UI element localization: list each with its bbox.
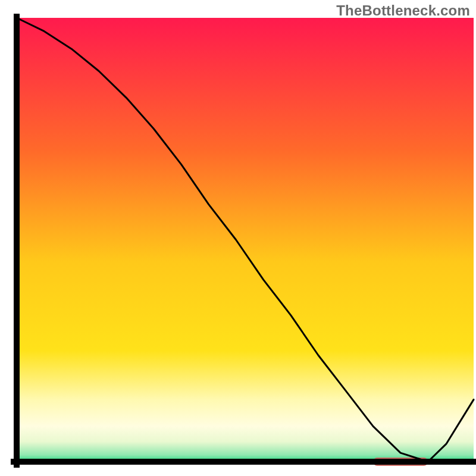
chart-container: TheBottleneck.com [0,0,476,476]
plot-background [17,18,474,462]
bottleneck-chart [0,0,476,476]
watermark-text: TheBottleneck.com [336,2,470,19]
